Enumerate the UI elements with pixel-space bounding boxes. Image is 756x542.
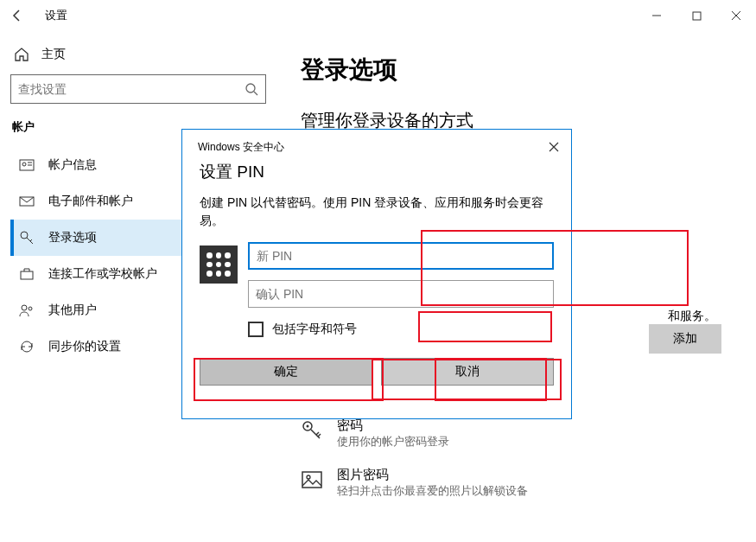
- sidebar-item-label: 同步你的设置: [48, 339, 121, 354]
- window-title: 设置: [45, 8, 67, 23]
- svg-point-2: [246, 84, 255, 92]
- new-pin-input[interactable]: [248, 242, 554, 270]
- id-card-icon: [19, 157, 35, 173]
- window-titlebar: 设置: [0, 0, 756, 31]
- close-button[interactable]: [716, 2, 756, 29]
- sidebar-item-label: 登录选项: [48, 230, 97, 245]
- svg-point-13: [22, 305, 27, 310]
- svg-line-11: [30, 239, 32, 241]
- email-icon: [19, 194, 35, 209]
- svg-rect-1: [693, 12, 701, 20]
- option-title: 图片密码: [337, 467, 528, 483]
- dialog-title: Windows 安全中心: [198, 140, 284, 155]
- pin-setup-dialog: Windows 安全中心 设置 PIN 创建 PIN 以代替密码。使用 PIN …: [181, 129, 572, 419]
- svg-line-21: [318, 434, 321, 437]
- people-icon: [19, 303, 35, 318]
- dialog-description: 创建 PIN 以代替密码。使用 PIN 登录设备、应用和服务时会更容易。: [200, 194, 554, 230]
- key-icon: [19, 230, 35, 245]
- svg-line-3: [254, 92, 257, 95]
- cancel-button[interactable]: 取消: [381, 358, 554, 386]
- ok-button[interactable]: 确定: [200, 358, 372, 386]
- search-box[interactable]: [10, 74, 266, 104]
- svg-point-5: [22, 163, 26, 166]
- maximize-button[interactable]: [677, 2, 716, 29]
- svg-rect-12: [21, 271, 33, 279]
- sidebar-item-label: 连接工作或学校帐户: [48, 266, 157, 282]
- search-input[interactable]: [18, 82, 245, 96]
- window-controls: [637, 2, 756, 29]
- option-title: 密码: [337, 418, 449, 434]
- page-title: 登录选项: [301, 54, 739, 86]
- svg-rect-22: [302, 472, 321, 488]
- svg-line-20: [316, 432, 319, 435]
- dialog-heading: 设置 PIN: [200, 161, 554, 183]
- svg-point-14: [29, 307, 32, 310]
- svg-line-10: [27, 238, 33, 244]
- sidebar-item-label: 其他用户: [48, 303, 97, 318]
- signin-option-password[interactable]: 密码 使用你的帐户密码登录: [301, 418, 739, 450]
- search-icon: [245, 82, 258, 96]
- key-icon: [301, 419, 323, 442]
- checkbox-label: 包括字母和符号: [272, 322, 357, 337]
- sidebar-item-label: 帐户信息: [48, 157, 97, 173]
- back-button[interactable]: [7, 5, 28, 26]
- minimize-button[interactable]: [637, 2, 677, 29]
- option-desc: 使用你的帐户密码登录: [337, 434, 449, 450]
- home-link[interactable]: 主页: [10, 40, 266, 74]
- sidebar-item-label: 电子邮件和帐户: [48, 194, 133, 209]
- home-icon: [14, 47, 29, 62]
- sync-icon: [19, 339, 35, 354]
- option-desc: 轻扫并点击你最喜爱的照片以解锁设备: [337, 483, 528, 499]
- include-letters-checkbox[interactable]: [248, 322, 264, 337]
- add-button[interactable]: 添加: [649, 324, 721, 354]
- svg-point-9: [21, 232, 28, 239]
- dialog-titlebar: Windows 安全中心: [182, 138, 571, 161]
- svg-point-18: [307, 425, 309, 428]
- dialog-close-button[interactable]: [545, 138, 562, 156]
- briefcase-icon: [19, 266, 35, 282]
- picture-icon: [301, 469, 323, 491]
- confirm-pin-input[interactable]: [248, 280, 554, 308]
- keypad-icon: [200, 245, 238, 284]
- signin-option-picture-password[interactable]: 图片密码 轻扫并点击你最喜爱的照片以解锁设备: [301, 467, 739, 499]
- home-label: 主页: [41, 47, 66, 62]
- svg-point-23: [307, 475, 310, 479]
